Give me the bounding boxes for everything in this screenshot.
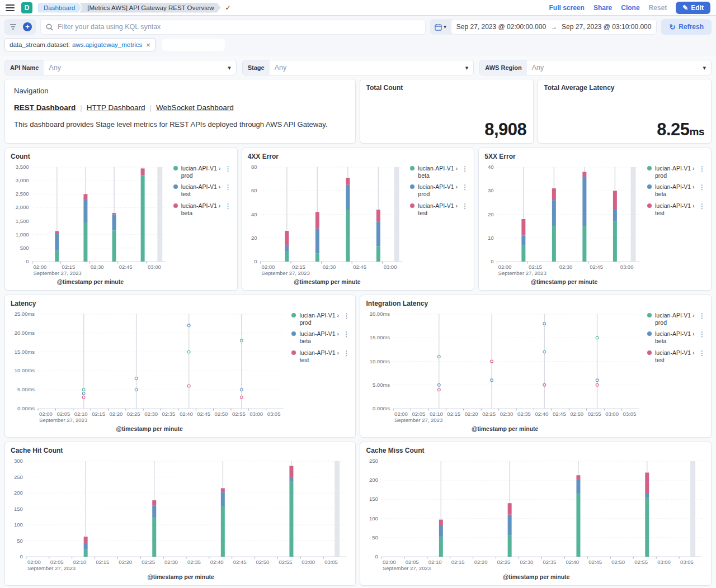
- add-filter-button[interactable]: +: [20, 20, 35, 34]
- count-chart[interactable]: 05001,0001,5002,0002,5003,0003,50002:00S…: [11, 163, 170, 278]
- cache-miss-count-chart[interactable]: 05010015020025002:00September 27, 202302…: [366, 457, 706, 573]
- kql-search-box[interactable]: [40, 19, 426, 35]
- svg-text:10.00ms: 10.00ms: [15, 367, 35, 373]
- legend-menu-icon[interactable]: ⋮: [224, 202, 233, 210]
- legend-menu-icon[interactable]: ⋮: [342, 330, 351, 338]
- full-screen-button[interactable]: Full screen: [549, 4, 585, 12]
- legend-menu-icon[interactable]: ⋮: [460, 165, 469, 173]
- legend-menu-icon[interactable]: ⋮: [698, 349, 706, 357]
- svg-text:02:10: 02:10: [428, 559, 442, 565]
- 4xx-error-chart[interactable]: 02040608002:00September 27, 202302:1502:…: [248, 163, 407, 278]
- svg-text:02:05: 02:05: [56, 411, 70, 417]
- dashboard-controls: API Name Any ▾ Stage Any ▾ AWS Region An…: [4, 60, 712, 75]
- edit-button[interactable]: ✎ Edit: [676, 2, 710, 14]
- svg-text:03:00: 03:00: [383, 264, 397, 270]
- svg-text:02:45: 02:45: [353, 264, 366, 270]
- navigation-description: This dashboard provides Stage level metr…: [14, 120, 346, 129]
- svg-text:02:00: 02:00: [34, 264, 47, 270]
- integration-latency-chart[interactable]: 0.00ms5.00ms10.00ms15.00ms20.00ms02:00Se…: [366, 310, 644, 425]
- count-chart-panel: Count 05001,0001,5002,0002,5003,0003,500…: [4, 148, 238, 291]
- legend-item[interactable]: lucian-API-V1 › prod⋮: [291, 312, 351, 326]
- legend-item[interactable]: lucian-API-V1 › prod⋮: [410, 183, 469, 198]
- legend-label: lucian-API-V1 › prod: [299, 312, 340, 326]
- svg-text:02:55: 02:55: [279, 559, 292, 565]
- legend-label: lucian-API-V1 › test: [655, 349, 695, 364]
- control-stage[interactable]: Stage Any ▾: [242, 60, 474, 75]
- legend-item[interactable]: lucian-API-V1 › beta⋮: [647, 183, 706, 198]
- filter-pill-datastream[interactable]: data_stream.dataset: aws.apigateway_metr…: [4, 38, 156, 51]
- svg-text:02:00: 02:00: [261, 264, 275, 270]
- legend-item[interactable]: lucian-API-V1 › test⋮: [410, 202, 469, 217]
- legend-item[interactable]: lucian-API-V1 › test⋮: [173, 183, 233, 198]
- link-rest-dashboard[interactable]: REST Dashboard: [14, 103, 76, 112]
- svg-text:02:00: 02:00: [27, 559, 41, 565]
- legend-item[interactable]: lucian-API-V1 › test⋮: [647, 349, 706, 364]
- svg-text:250: 250: [370, 458, 379, 464]
- calendar-menu-button[interactable]: ▾: [430, 23, 451, 31]
- 5xx-error-chart[interactable]: 01020304002:00September 27, 202302:1502:…: [484, 163, 644, 278]
- svg-text:02:30: 02:30: [164, 559, 178, 565]
- legend-item[interactable]: lucian-API-V1 › beta⋮: [291, 330, 351, 345]
- legend-menu-icon[interactable]: ⋮: [342, 349, 351, 357]
- filter-funnel-icon[interactable]: [6, 20, 20, 34]
- share-button[interactable]: Share: [593, 4, 612, 12]
- legend-menu-icon[interactable]: ⋮: [342, 312, 351, 320]
- menu-icon[interactable]: [6, 4, 15, 11]
- legend-menu-icon[interactable]: ⋮: [698, 330, 706, 338]
- close-icon[interactable]: ×: [146, 41, 150, 49]
- reset-button[interactable]: Reset: [649, 4, 667, 12]
- legend-menu-icon[interactable]: ⋮: [698, 165, 706, 173]
- svg-text:02:35: 02:35: [162, 411, 176, 417]
- legend-menu-icon[interactable]: ⋮: [460, 183, 469, 191]
- date-start[interactable]: Sep 27, 2023 @ 02:00:00.000: [456, 23, 546, 31]
- svg-text:02:00: 02:00: [395, 411, 408, 417]
- svg-text:30: 30: [488, 187, 494, 193]
- svg-text:50: 50: [17, 538, 23, 544]
- legend-item[interactable]: lucian-API-V1 › test⋮: [647, 202, 706, 217]
- svg-text:80: 80: [251, 164, 257, 170]
- legend-menu-icon[interactable]: ⋮: [224, 165, 233, 173]
- legend-dot-icon: [173, 166, 178, 170]
- legend-dot-icon: [173, 203, 178, 208]
- latency-chart[interactable]: 0.00ms5.00ms10.00ms15.00ms20.00ms25.00ms…: [11, 310, 288, 425]
- legend-menu-icon[interactable]: ⋮: [460, 202, 469, 210]
- legend-menu-icon[interactable]: ⋮: [698, 202, 706, 210]
- svg-text:0: 0: [26, 258, 29, 264]
- kql-search-input[interactable]: [58, 23, 420, 31]
- chart-title: 5XX Error: [484, 153, 706, 162]
- legend-menu-icon[interactable]: ⋮: [698, 183, 706, 191]
- calendar-icon: [435, 23, 442, 31]
- link-websocket-dashboard[interactable]: WebSocket Dashboard: [156, 103, 234, 112]
- date-end[interactable]: Sep 27, 2023 @ 03:10:00.000: [562, 23, 651, 31]
- x-axis-title: @timestamp per minute: [11, 425, 288, 435]
- svg-text:September 27, 2023: September 27, 2023: [261, 270, 309, 276]
- svg-text:40: 40: [488, 164, 494, 170]
- svg-text:02:20: 02:20: [119, 559, 132, 565]
- legend-item[interactable]: lucian-API-V1 › prod⋮: [647, 312, 706, 326]
- breadcrumb-dashboard[interactable]: Dashboard: [38, 3, 82, 13]
- dashboard-space-icon[interactable]: D: [21, 2, 32, 13]
- cache-hit-count-chart[interactable]: 05010015020025030002:00September 27, 202…: [11, 457, 351, 573]
- svg-text:02:45: 02:45: [589, 559, 602, 565]
- legend-item[interactable]: lucian-API-V1 › test⋮: [291, 349, 351, 364]
- clone-button[interactable]: Clone: [621, 4, 639, 12]
- svg-text:02:20: 02:20: [465, 411, 478, 417]
- legend-item[interactable]: lucian-API-V1 › beta⋮: [410, 165, 469, 179]
- link-http-dashboard[interactable]: HTTP Dashboard: [87, 103, 145, 112]
- legend-item[interactable]: lucian-API-V1 › prod⋮: [173, 165, 233, 179]
- legend-label: lucian-API-V1 › test: [418, 202, 458, 217]
- legend-item[interactable]: lucian-API-V1 › prod⋮: [647, 165, 706, 179]
- legend-item[interactable]: lucian-API-V1 › beta⋮: [647, 330, 706, 345]
- svg-text:02:05: 02:05: [406, 559, 419, 565]
- legend-menu-icon[interactable]: ⋮: [224, 183, 233, 191]
- svg-text:03:05: 03:05: [623, 411, 637, 417]
- control-aws-region[interactable]: AWS Region Any ▾: [479, 60, 712, 75]
- refresh-button[interactable]: ↻ Refresh: [661, 19, 712, 35]
- control-api-name[interactable]: API Name Any ▾: [4, 60, 237, 75]
- chart-title: 4XX Error: [248, 153, 470, 162]
- chevron-down-icon: ▾: [444, 24, 446, 30]
- legend-item[interactable]: lucian-API-V1 › beta⋮: [173, 202, 233, 217]
- svg-text:September 27, 2023: September 27, 2023: [498, 270, 547, 276]
- legend-menu-icon[interactable]: ⋮: [698, 312, 706, 320]
- top-header: D Dashboard [Metrics AWS] API Gateway RE…: [0, 0, 716, 16]
